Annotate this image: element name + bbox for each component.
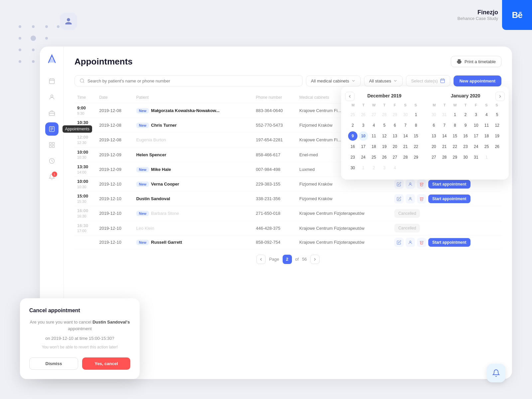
calendar-day[interactable]: 24 [359,153,368,162]
calendar-day[interactable]: 1 [359,163,368,173]
calendar-day[interactable]: 17 [471,131,481,141]
edit-icon-btn[interactable] [394,238,404,247]
calendar-day[interactable]: 31 [471,153,481,162]
start-appointment-button[interactable]: Start appointment [428,180,470,189]
calendar-day[interactable]: 23 [461,142,470,151]
calendar-day[interactable]: 29 [450,153,460,162]
sidebar-item-calendar[interactable] [45,74,59,88]
edit-icon-btn[interactable] [394,194,404,203]
search-input[interactable] [87,78,298,83]
calendar-day[interactable]: 30 [401,110,410,119]
calendar-prev-button[interactable] [345,92,354,101]
sidebar-item-notifications[interactable]: 1 [45,170,59,184]
calendar-day[interactable]: 8 [411,121,421,130]
user-icon-btn[interactable] [406,180,415,189]
calendar-day[interactable]: 16 [461,131,470,141]
calendar-day[interactable]: 27 [369,110,378,119]
sidebar-item-history[interactable] [45,154,59,168]
delete-icon-btn[interactable] [417,180,426,189]
calendar-day[interactable]: 6 [429,121,439,130]
calendar-day[interactable]: 8 [450,121,460,130]
calendar-day[interactable]: 30 [429,110,439,119]
calendar-day[interactable]: 28 [440,153,449,162]
user-icon-btn[interactable] [406,238,415,247]
calendar-day[interactable]: 3 [380,163,389,173]
delete-icon-btn[interactable] [417,194,426,203]
calendar-day[interactable]: 15 [450,131,460,141]
bell-notification-fab[interactable] [487,364,505,382]
yes-cancel-button[interactable]: Yes, cancel [82,357,130,370]
new-appointment-button[interactable]: New appointment [454,75,501,86]
sidebar-item-patients[interactable] [45,90,59,104]
calendar-day[interactable]: 14 [440,131,449,141]
calendar-day[interactable]: 11 [369,131,378,141]
calendar-day[interactable]: 15 [411,131,421,141]
start-appointment-button[interactable]: Start appointment [428,195,470,203]
calendar-day[interactable]: 28 [380,110,389,119]
calendar-day[interactable]: 24 [471,142,481,151]
calendar-day[interactable]: 2 [348,121,357,130]
calendar-day[interactable]: 18 [482,131,491,141]
calendar-day[interactable]: 16 [348,142,357,151]
calendar-day[interactable]: 12 [380,131,389,141]
calendar-day[interactable]: 10 [359,131,368,141]
calendar-day[interactable]: 26 [380,153,389,162]
calendar-day[interactable]: 30 [348,163,357,173]
calendar-day[interactable]: 21 [401,142,410,151]
calendar-day[interactable]: 22 [450,142,460,151]
calendar-day[interactable]: 11 [482,121,491,130]
calendar-day[interactable]: 12 [492,121,502,130]
calendar-day[interactable]: 21 [440,142,449,151]
print-timetable-button[interactable]: Print a timetable [451,56,501,67]
calendar-day[interactable]: 22 [411,142,421,151]
cabinet-filter[interactable]: All medical cabinets [306,75,361,86]
calendar-day[interactable]: 13 [429,131,439,141]
calendar-day[interactable]: 6 [390,121,400,130]
next-page-button[interactable] [310,255,320,264]
calendar-day[interactable]: 29 [411,153,421,162]
calendar-day[interactable]: 30 [461,153,470,162]
prev-page-button[interactable] [256,255,266,264]
calendar-day[interactable]: 25 [482,142,491,151]
dismiss-button[interactable]: Dismiss [29,357,78,370]
calendar-day[interactable]: 27 [390,153,400,162]
calendar-day[interactable]: 17 [359,142,368,151]
calendar-day[interactable]: 28 [401,153,410,162]
calendar-day[interactable]: 5 [492,110,502,119]
calendar-day[interactable]: 31 [440,110,449,119]
calendar-day[interactable]: 9 [461,121,470,130]
calendar-day[interactable]: 4 [369,121,378,130]
user-avatar[interactable] [60,13,77,30]
calendar-day[interactable]: 1 [450,110,460,119]
calendar-day[interactable]: 3 [359,121,368,130]
calendar-next-button[interactable] [495,92,505,101]
sidebar-item-cases[interactable] [45,106,59,120]
calendar-day[interactable]: 5 [380,121,389,130]
calendar-day[interactable]: 14 [401,131,410,141]
calendar-day[interactable]: 13 [390,131,400,141]
calendar-day[interactable]: 27 [429,153,439,162]
start-appointment-button[interactable]: Start appointment [428,238,470,247]
calendar-day[interactable]: 9 [348,131,357,141]
date-select[interactable]: Select date(s) [406,75,450,86]
calendar-day[interactable]: 4 [482,110,491,119]
calendar-day[interactable]: 19 [492,131,502,141]
calendar-day[interactable]: 4 [390,163,400,173]
sidebar-item-grid[interactable] [45,138,59,152]
calendar-day[interactable]: 25 [348,110,357,119]
calendar-day[interactable]: 26 [359,110,368,119]
search-box[interactable] [74,75,303,86]
calendar-day[interactable]: 29 [390,110,400,119]
calendar-day[interactable]: 20 [429,142,439,151]
calendar-day[interactable]: 3 [471,110,481,119]
calendar-day[interactable]: 26 [492,142,502,151]
calendar-day[interactable]: 2 [461,110,470,119]
status-filter[interactable]: All statuses [364,75,403,86]
calendar-day[interactable]: 7 [440,121,449,130]
edit-icon-btn[interactable] [394,180,404,189]
calendar-day[interactable]: 19 [380,142,389,151]
calendar-day[interactable]: 2 [369,163,378,173]
delete-icon-btn[interactable] [417,238,426,247]
sidebar-item-appointments[interactable]: Appointments [45,122,59,136]
calendar-day[interactable]: 20 [390,142,400,151]
